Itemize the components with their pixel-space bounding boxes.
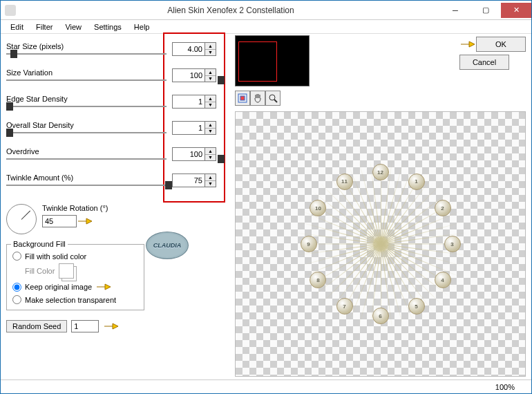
overdrive-input[interactable] [172,147,205,161]
navigator-viewport-rect[interactable] [238,41,277,82]
pan-hand-button[interactable] [250,91,265,106]
watermark-badge: CLAUDIA [146,232,189,259]
star-size-slider[interactable] [6,53,167,55]
size-variation-up[interactable]: ▲ [205,69,216,76]
overdrive-slider[interactable] [6,158,167,160]
star-size-spinner: ▲▼ [172,42,216,56]
param-overall-density: Overall Star Density ▲▼ [6,121,227,143]
background-fill-label: Background Fill [11,240,68,248]
overall-density-label: Overall Star Density [6,121,74,129]
twinkle-rotation-label: Twinkle Rotation (°) [42,204,108,212]
radio-keep-original[interactable]: Keep original image [12,281,138,292]
twinkle-amount-input[interactable] [172,173,205,187]
window-title: Alien Skin Xenofex 2 Constellation [21,6,440,15]
fill-color-row: Fill Color [25,263,138,279]
zoom-button[interactable] [265,91,281,106]
overall-density-slider[interactable] [6,132,167,133]
edge-density-input[interactable] [172,95,205,109]
overall-density-up[interactable]: ▲ [205,122,216,129]
preview-image: 121234567891011 [291,154,471,334]
param-edge-density: Edge Star Density ▲▼ [6,95,227,117]
zoom-readout: 100% [495,383,515,391]
overall-density-thumb[interactable] [6,129,13,137]
navigator-thumbnail[interactable] [235,35,310,86]
size-variation-label: Size Variation [6,68,53,77]
svg-line-3 [274,100,277,102]
edge-density-label: Edge Star Density [6,95,68,103]
maximize-button[interactable]: ▢ [471,3,501,18]
size-variation-thumb[interactable] [218,76,225,84]
overdrive-label: Overdrive [6,147,39,156]
size-variation-slider[interactable] [6,79,167,81]
preview-canvas[interactable]: 121234567891011 [235,111,526,377]
ok-button[interactable]: OK [476,37,526,52]
edge-density-up[interactable]: ▲ [205,95,216,102]
param-size-variation: Size Variation ▲▼ [6,68,227,91]
star-size-up[interactable]: ▲ [205,43,216,50]
twinkle-amount-slider[interactable] [6,185,167,186]
close-button[interactable]: ✕ [501,3,531,18]
svg-point-2 [269,95,275,100]
fill-color-swatch[interactable] [59,263,74,279]
twinkle-amount-thumb[interactable] [165,181,172,189]
size-variation-down[interactable]: ▼ [205,76,216,82]
app-icon [5,5,16,16]
overdrive-down[interactable]: ▼ [205,155,216,161]
edge-density-slider[interactable] [6,106,167,107]
menu-settings[interactable]: Settings [88,21,127,32]
overall-density-input[interactable] [172,121,205,135]
menu-view[interactable]: View [59,21,87,32]
param-twinkle-amount: Twinkle Amount (%) ▲▼ [6,173,227,196]
pointer-hand-icon [103,321,120,332]
twinkle-amount-label: Twinkle Amount (%) [6,173,73,182]
star-size-input[interactable] [172,42,205,56]
menu-edit[interactable]: Edit [5,21,29,32]
radio-fill-solid[interactable]: Fill with solid color [12,252,138,261]
radio-make-transparent[interactable]: Make selection transparent [12,295,138,304]
overdrive-thumb[interactable] [218,155,225,163]
menu-help[interactable]: Help [129,21,155,32]
twinkle-rotation-dial[interactable] [6,204,37,234]
minimize-button[interactable]: ─ [440,3,471,18]
menu-filter[interactable]: Filter [30,21,58,32]
star-size-down[interactable]: ▼ [205,50,216,56]
pointer-hand-icon [77,216,93,227]
cancel-button[interactable]: Cancel [459,55,509,70]
random-seed-button[interactable]: Random Seed [6,320,67,332]
zoom-fit-button[interactable] [235,91,250,106]
twinkle-amount-down[interactable]: ▼ [205,181,216,187]
param-overdrive: Overdrive ▲▼ [6,147,227,169]
edge-density-thumb[interactable] [6,102,13,111]
pointer-hand-icon [459,39,476,50]
background-fill-group: Background Fill Fill with solid color Fi… [6,244,144,310]
pointer-hand-icon [95,281,112,292]
twinkle-amount-up[interactable]: ▲ [205,174,216,181]
edge-density-down[interactable]: ▼ [205,102,216,109]
random-seed-input[interactable] [71,320,99,332]
param-star-size: Star Size (pixels) ▲▼ [6,42,227,64]
svg-rect-1 [240,96,245,100]
overall-density-down[interactable]: ▼ [205,129,216,135]
twinkle-rotation-input[interactable] [42,215,77,227]
star-size-thumb[interactable] [10,50,17,58]
size-variation-input[interactable] [172,68,205,82]
overdrive-up[interactable]: ▲ [205,148,216,155]
